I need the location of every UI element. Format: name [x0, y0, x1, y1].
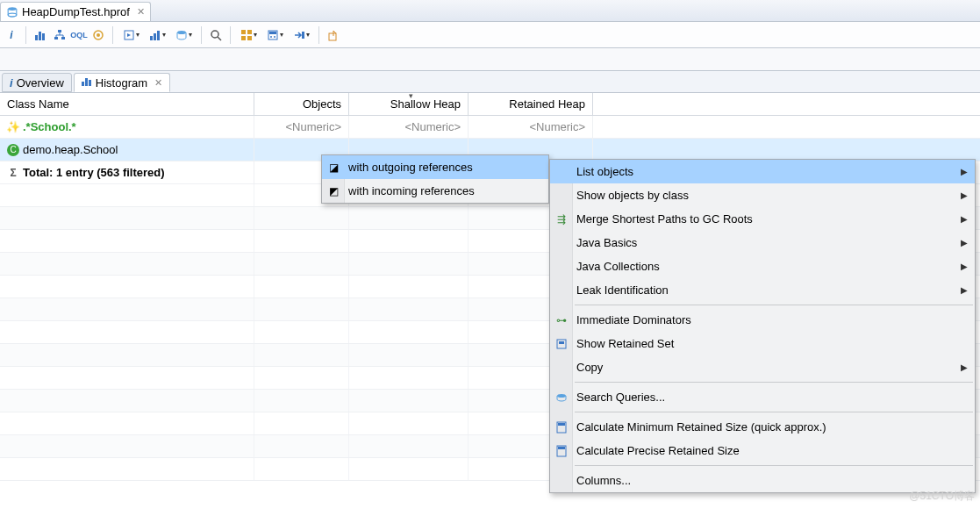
menu-item-calc-min[interactable]: Calculate Minimum Retained Size (quick a…: [550, 415, 975, 439]
submenu-list-objects: ◪ with outgoing references ◩ with incomi…: [321, 154, 549, 204]
merge-icon: ⇶: [554, 212, 569, 226]
svg-point-1: [8, 13, 17, 17]
chevron-right-icon: ▶: [961, 167, 968, 176]
menu-item-leak-id[interactable]: Leak Identification▶: [550, 278, 975, 302]
close-icon[interactable]: ✕: [137, 6, 145, 18]
tree-icon[interactable]: [52, 27, 68, 43]
export-icon[interactable]: [325, 27, 341, 43]
svg-rect-26: [82, 82, 84, 86]
svg-rect-21: [269, 32, 276, 34]
db-dropdown[interactable]: ▾: [172, 29, 195, 41]
svg-rect-16: [241, 30, 246, 34]
menu-item-merge-paths[interactable]: ⇶ Merge Shortest Paths to GC Roots▶: [550, 207, 975, 231]
col-retained[interactable]: Retained Heap: [469, 93, 593, 115]
compare-dropdown[interactable]: ▾: [290, 29, 312, 41]
svg-point-31: [557, 394, 566, 398]
close-icon[interactable]: ✕: [154, 77, 162, 89]
svg-rect-17: [247, 30, 252, 34]
svg-rect-25: [329, 33, 336, 40]
tab-label: Histogram: [96, 76, 147, 90]
svg-rect-3: [39, 32, 41, 40]
chevron-right-icon: ▶: [961, 362, 968, 372]
svg-rect-24: [302, 32, 304, 39]
editor-tab[interactable]: HeapDumpTest.hprof ✕: [0, 2, 151, 21]
svg-point-0: [8, 7, 17, 11]
tab-label: Overview: [17, 76, 64, 90]
chevron-right-icon: ▶: [961, 262, 968, 271]
outgoing-icon: ◪: [326, 161, 340, 175]
group-dropdown[interactable]: ▾: [237, 29, 260, 41]
context-menu: List objects▶ Show objects by class▶ ⇶ M…: [549, 159, 976, 493]
menu-item-search-queries[interactable]: Search Queries...: [550, 385, 975, 409]
dominators-icon: ⊶: [554, 313, 569, 327]
svg-rect-6: [54, 37, 58, 39]
menu-item-list-objects[interactable]: List objects▶: [550, 160, 975, 183]
menu-item-copy[interactable]: Copy▶: [550, 355, 975, 379]
svg-rect-12: [154, 33, 156, 40]
col-classname[interactable]: Class Name: [0, 93, 254, 115]
calculator-icon: [554, 420, 569, 434]
svg-rect-35: [558, 447, 565, 449]
watermark: @51CTO博客: [909, 489, 975, 504]
svg-rect-11: [150, 36, 153, 40]
run-dropdown[interactable]: ▾: [119, 29, 142, 41]
menu-item-immediate-dominators[interactable]: ⊶ Immediate Dominators: [550, 308, 975, 332]
svg-point-15: [211, 31, 218, 38]
svg-point-23: [274, 36, 275, 38]
regex-icon: ✨: [7, 121, 19, 133]
tab-overview[interactable]: i Overview: [2, 73, 72, 92]
svg-rect-27: [85, 78, 88, 86]
svg-point-14: [177, 31, 186, 34]
svg-rect-28: [89, 80, 91, 86]
menu-item-outgoing[interactable]: ◪ with outgoing references: [322, 155, 548, 179]
info-icon[interactable]: i: [4, 27, 19, 43]
database-icon: [6, 6, 18, 18]
filter-row[interactable]: ✨.*School.* <Numeric> <Numeric> <Numeric…: [0, 116, 980, 139]
calc-dropdown[interactable]: ▾: [263, 29, 286, 41]
menu-item-java-basics[interactable]: Java Basics▶: [550, 231, 975, 254]
info-icon: i: [10, 76, 13, 90]
menu-item-calc-precise[interactable]: Calculate Precise Retained Size: [550, 439, 975, 462]
editor-tab-title: HeapDumpTest.hprof: [22, 5, 130, 18]
incoming-icon: ◩: [326, 184, 340, 198]
svg-rect-2: [35, 35, 38, 40]
svg-rect-5: [58, 30, 61, 32]
svg-rect-19: [247, 36, 252, 40]
chevron-right-icon: ▶: [961, 190, 968, 200]
svg-rect-33: [558, 423, 565, 426]
toolbar: i OQL ▾ ▾ ▾ ▾ ▾ ▾: [0, 22, 980, 48]
threads-icon[interactable]: [90, 27, 106, 43]
svg-point-22: [270, 36, 272, 38]
search-icon[interactable]: [208, 27, 224, 43]
svg-rect-30: [559, 341, 564, 344]
svg-rect-4: [42, 33, 45, 40]
search-queries-icon: [554, 391, 569, 405]
col-shallow[interactable]: ▾Shallow Heap: [349, 93, 469, 115]
menu-item-incoming[interactable]: ◩ with incoming references: [322, 179, 548, 203]
col-objects[interactable]: Objects: [254, 93, 349, 115]
oql-icon[interactable]: OQL: [71, 27, 87, 43]
svg-rect-13: [157, 31, 160, 40]
menu-item-show-by-class[interactable]: Show objects by class▶: [550, 183, 975, 207]
retained-icon: [554, 337, 569, 351]
tab-histogram[interactable]: Histogram ✕: [74, 73, 170, 92]
chevron-right-icon: ▶: [961, 285, 968, 295]
chevron-right-icon: ▶: [961, 238, 968, 247]
histogram-icon: [82, 76, 92, 90]
svg-rect-18: [241, 36, 246, 40]
sigma-icon: Σ: [7, 167, 19, 179]
histogram-icon[interactable]: [32, 27, 48, 43]
calculator-icon: [554, 444, 569, 458]
menu-item-java-collections[interactable]: Java Collections▶: [550, 254, 975, 278]
table-header: Class Name Objects ▾Shallow Heap Retaine…: [0, 93, 980, 116]
menu-item-show-retained[interactable]: Show Retained Set: [550, 332, 975, 355]
svg-point-9: [97, 33, 100, 37]
sort-indicator-icon: ▾: [409, 91, 413, 100]
class-icon: C: [7, 144, 19, 156]
chart-dropdown[interactable]: ▾: [146, 29, 168, 41]
chevron-right-icon: ▶: [961, 214, 968, 224]
svg-rect-7: [61, 37, 65, 39]
